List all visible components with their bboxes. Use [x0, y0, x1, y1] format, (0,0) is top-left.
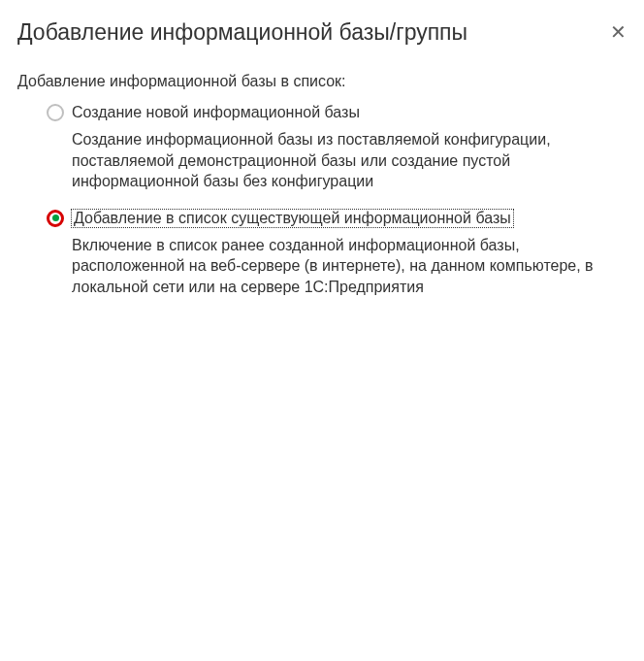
- option-existing-label: Добавление в список существующей информа…: [72, 210, 513, 227]
- title-bar: Добавление информационной базы/группы ✕: [17, 19, 627, 46]
- close-icon[interactable]: ✕: [609, 19, 627, 42]
- dialog-window: Добавление информационной базы/группы ✕ …: [0, 0, 644, 661]
- option-create-label: Создание новой информационной базы: [72, 104, 360, 121]
- dialog-content: Добавление информационной базы в список:…: [17, 73, 627, 661]
- option-create-desc: Создание информационной базы из поставля…: [47, 129, 627, 192]
- option-create-new: Создание новой информационной базы Созда…: [17, 104, 627, 192]
- dialog-title: Добавление информационной базы/группы: [17, 19, 467, 46]
- radio-unchecked-icon[interactable]: [47, 104, 64, 121]
- option-existing-header[interactable]: Добавление в список существующей информа…: [47, 210, 627, 227]
- option-existing-desc: Включение в список ранее созданной инфор…: [47, 235, 627, 298]
- prompt-text: Добавление информационной базы в список:: [17, 73, 627, 90]
- radio-checked-icon[interactable]: [47, 210, 64, 227]
- option-add-existing: Добавление в список существующей информа…: [17, 210, 627, 298]
- option-create-header[interactable]: Создание новой информационной базы: [47, 104, 627, 121]
